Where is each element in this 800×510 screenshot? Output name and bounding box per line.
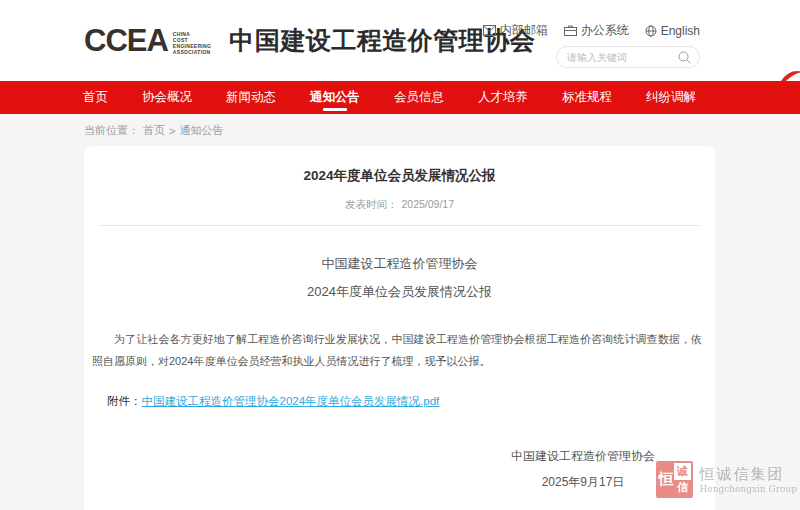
article-panel: 2024年度单位会员发展情况公报 发表时间：2025/09/17 中国建设工程造… bbox=[84, 146, 715, 510]
site-header: CCEA CHINA COST ENGINEERING ASSOCIATION … bbox=[0, 0, 800, 81]
internal-mail-link[interactable]: 内部邮箱 bbox=[483, 22, 548, 39]
article-title: 2024年度单位会员发展情况公报 bbox=[84, 167, 715, 185]
briefcase-icon bbox=[564, 25, 577, 36]
english-link[interactable]: English bbox=[645, 24, 700, 38]
breadcrumb-label: 当前位置： bbox=[84, 123, 139, 138]
search-icon[interactable] bbox=[678, 51, 691, 64]
publish-date-label: 发表时间： bbox=[345, 198, 398, 210]
breadcrumb-home-link[interactable]: 首页 bbox=[143, 123, 165, 138]
logo-swoosh-icon bbox=[780, 67, 800, 83]
attachment-pdf-link[interactable]: 中国建设工程造价管理协会2024年度单位会员发展情况.pdf bbox=[142, 395, 440, 407]
breadcrumb: 当前位置： 首页 > 通知公告 bbox=[0, 114, 800, 146]
globe-icon bbox=[645, 25, 657, 37]
english-label: English bbox=[661, 24, 700, 38]
signature-org: 中国建设工程造价管理协会 bbox=[511, 443, 655, 469]
nav-item-dispute-mediation[interactable]: 纠纷调解 bbox=[646, 81, 696, 114]
ccea-logo-acronym: CCEA bbox=[84, 25, 168, 56]
publish-date-value: 2025/09/17 bbox=[401, 198, 454, 210]
breadcrumb-current: 通知公告 bbox=[179, 123, 223, 138]
utility-links: 内部邮箱 办公系统 English bbox=[483, 22, 700, 39]
nav-item-association-overview[interactable]: 协会概况 bbox=[142, 81, 192, 114]
office-system-link[interactable]: 办公系统 bbox=[564, 22, 629, 39]
signature-date: 2025年9月17日 bbox=[511, 469, 655, 495]
nav-item-standards[interactable]: 标准规程 bbox=[562, 81, 612, 114]
breadcrumb-separator: > bbox=[169, 125, 175, 137]
nav-item-news[interactable]: 新闻动态 bbox=[226, 81, 276, 114]
nav-item-notices[interactable]: 通知公告 bbox=[310, 81, 360, 114]
header-utilities: 内部邮箱 办公系统 English bbox=[483, 22, 700, 68]
ccea-logo[interactable]: CCEA CHINA COST ENGINEERING ASSOCIATION bbox=[84, 25, 211, 56]
ccea-logo-subtext: CHINA COST ENGINEERING ASSOCIATION bbox=[173, 31, 211, 55]
attachment-label: 附件： bbox=[107, 395, 142, 407]
article-paragraph: 为了让社会各方更好地了解工程造价咨询行业发展状况，中国建设工程造价管理协会根据工… bbox=[92, 328, 702, 372]
nav-item-home[interactable]: 首页 bbox=[83, 81, 108, 114]
title-divider bbox=[99, 225, 700, 226]
office-system-label: 办公系统 bbox=[581, 22, 629, 39]
internal-mail-label: 内部邮箱 bbox=[500, 22, 548, 39]
article-publish-date: 发表时间：2025/09/17 bbox=[84, 198, 715, 212]
search-input[interactable] bbox=[567, 52, 678, 63]
nav-item-talent-training[interactable]: 人才培养 bbox=[478, 81, 528, 114]
attachment-row: 附件：中国建设工程造价管理协会2024年度单位会员发展情况.pdf bbox=[107, 394, 702, 409]
nav-item-member-info[interactable]: 会员信息 bbox=[394, 81, 444, 114]
article-org-line: 中国建设工程造价管理协会 bbox=[84, 250, 715, 278]
mail-icon bbox=[483, 25, 496, 36]
article-subtitle-line: 2024年度单位会员发展情况公报 bbox=[84, 278, 715, 306]
main-nav: 首页 协会概况 新闻动态 通知公告 会员信息 人才培养 标准规程 纠纷调解 bbox=[0, 81, 800, 114]
search-box[interactable] bbox=[556, 46, 700, 68]
article-signature: 中国建设工程造价管理协会 2025年9月17日 bbox=[511, 443, 655, 495]
